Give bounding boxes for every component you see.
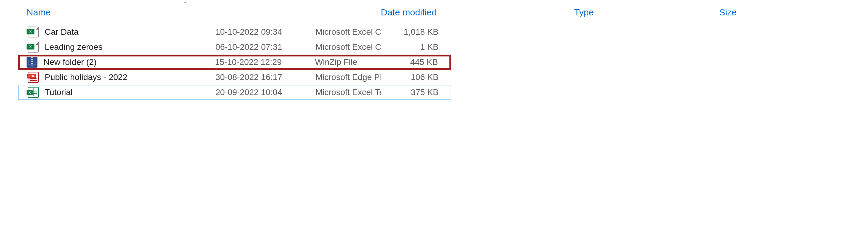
file-size: 445 KB: [410, 57, 438, 67]
column-header-date[interactable]: Date modified: [370, 0, 563, 25]
excel-csv-icon: X: [28, 27, 39, 37]
winzip-icon: [27, 57, 37, 68]
sort-ascending-icon: ˄: [184, 1, 187, 7]
file-type: WinZip File: [315, 57, 357, 67]
file-rows-container: X Car Data 10-10-2022 09:34 Microsoft Ex…: [18, 25, 451, 100]
file-row[interactable]: X Leading zeroes 06-10-2022 07:31 Micros…: [18, 39, 451, 55]
column-header-size[interactable]: Size: [708, 0, 826, 25]
file-size: 106 KB: [411, 72, 438, 82]
column-header-size-label: Size: [719, 7, 737, 18]
file-list: ˄ Name Date modified Type Size X Car Dat…: [0, 0, 868, 100]
file-size: 1 KB: [420, 42, 438, 52]
file-row[interactable]: X Tutorial 20-09-2022 10:04 Microsoft Ex…: [18, 85, 451, 100]
column-header-name-label: Name: [27, 7, 51, 18]
column-header-type-label: Type: [574, 7, 594, 18]
file-size: 375 KB: [411, 88, 438, 97]
file-date: 15-10-2022 12:29: [215, 57, 282, 67]
file-name: Tutorial: [45, 88, 72, 97]
column-header-date-label: Date modified: [381, 7, 437, 18]
file-row[interactable]: PDF Public holidays - 2022 30-08-2022 16…: [18, 70, 451, 85]
column-header-type[interactable]: Type: [563, 0, 708, 25]
file-name: Car Data: [45, 27, 79, 37]
file-type: Microsoft Excel Co…: [315, 42, 381, 52]
pdf-icon: PDF: [28, 72, 39, 83]
file-type: Microsoft Excel Co…: [315, 27, 381, 37]
file-name: Public holidays - 2022: [45, 72, 127, 82]
file-type: Microsoft Excel Te…: [315, 88, 381, 97]
file-date: 10-10-2022 09:34: [215, 27, 282, 37]
file-row[interactable]: X Car Data 10-10-2022 09:34 Microsoft Ex…: [18, 25, 451, 39]
file-size: 1,018 KB: [404, 27, 438, 37]
file-date: 06-10-2022 07:31: [215, 42, 282, 52]
file-name: Leading zeroes: [45, 42, 102, 52]
excel-template-icon: X: [28, 87, 39, 98]
file-name: New folder (2): [43, 57, 97, 67]
excel-csv-icon: X: [28, 42, 39, 53]
file-row[interactable]: New folder (2) 15-10-2022 12:29 WinZip F…: [18, 55, 451, 70]
column-header-name[interactable]: ˄ Name: [0, 0, 370, 25]
file-date: 20-09-2022 10:04: [215, 88, 282, 97]
file-type: Microsoft Edge PD…: [315, 72, 381, 82]
column-header-row: ˄ Name Date modified Type Size: [0, 0, 868, 25]
file-date: 30-08-2022 16:17: [215, 72, 282, 82]
